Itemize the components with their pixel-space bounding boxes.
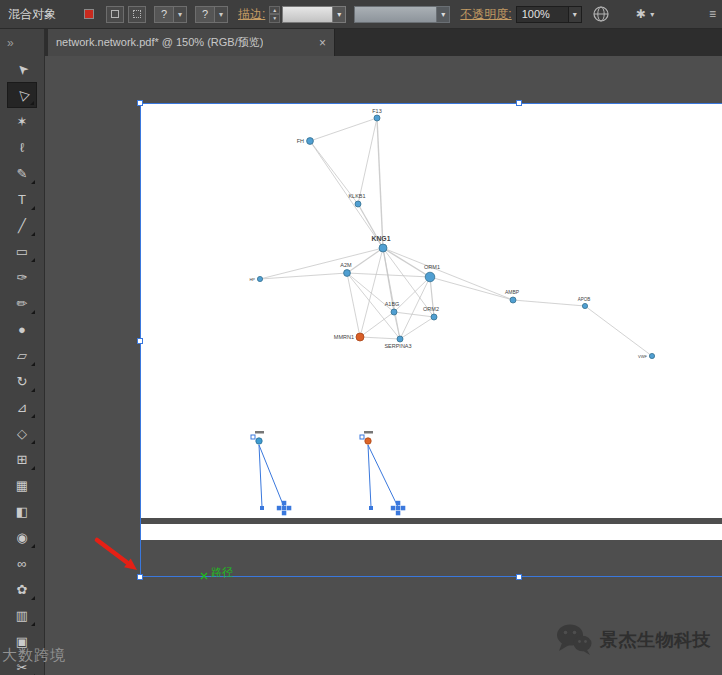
stroke-weight-dropdown[interactable]: ▾: [282, 6, 346, 23]
blend-icon: ∞: [17, 557, 26, 570]
brush-definition-dropdown[interactable]: ? ▾: [154, 6, 187, 23]
symbol-sprayer-icon: ✿: [17, 583, 28, 596]
globe-icon[interactable]: [592, 5, 610, 23]
close-icon[interactable]: ×: [311, 36, 326, 50]
tool-blob-brush[interactable]: ●: [7, 316, 37, 342]
tool-selection[interactable]: ➤: [7, 56, 37, 82]
tool-rectangle[interactable]: ▭: [7, 238, 37, 264]
style-icon-button-2[interactable]: [128, 6, 146, 23]
opacity-dropdown[interactable]: 100% ▾: [516, 6, 582, 23]
tool-column-graph[interactable]: ▥: [7, 602, 37, 628]
lasso-icon: ℓ: [20, 141, 24, 154]
graphic-style-value: ?: [195, 6, 215, 23]
wechat-icon: [556, 624, 592, 656]
stepper-down-icon[interactable]: ▼: [269, 14, 280, 23]
chevron-down-icon[interactable]: ▾: [437, 6, 450, 23]
tool-line-segment[interactable]: ╱: [7, 212, 37, 238]
chevron-down-icon[interactable]: ▾: [646, 6, 659, 23]
artboard-strip-object[interactable]: [140, 524, 722, 540]
width-profile-value: [354, 6, 437, 23]
brush-definition-value: ?: [154, 6, 174, 23]
toolbar-tools: ➤▷✶ℓ✎T╱▭✑✏●▱↻⊿◇⊞▦◧◉∞✿▥▣✂: [0, 56, 44, 675]
right-watermark: 景杰生物科技: [556, 624, 711, 656]
dashed-square-icon: [133, 10, 141, 18]
mesh-icon: ▦: [16, 479, 28, 492]
tool-scale[interactable]: ⊿: [7, 394, 37, 420]
fill-color-swatch[interactable]: [84, 9, 94, 19]
right-watermark-text: 景杰生物科技: [600, 628, 711, 652]
tool-paintbrush[interactable]: ✑: [7, 264, 37, 290]
chevron-down-icon[interactable]: ▾: [569, 6, 582, 23]
graphic-style-dropdown[interactable]: ? ▾: [195, 6, 228, 23]
tool-eyedropper[interactable]: ◉: [7, 524, 37, 550]
eyedropper-icon: ◉: [16, 531, 27, 544]
pencil-icon: ✏: [17, 297, 28, 310]
tool-shape-builder[interactable]: ◇: [7, 420, 37, 446]
control-bar: 混合对象 ? ▾ ? ▾ 描边: ▲ ▼ ▾ ▾ 不透明度: 100% ▾: [0, 0, 722, 29]
style-icon-button-1[interactable]: [106, 6, 124, 23]
tool-symbol-sprayer[interactable]: ✿: [7, 576, 37, 602]
paintbrush-icon: ✑: [17, 271, 28, 284]
tool-mesh[interactable]: ▦: [7, 472, 37, 498]
tool-perspective-grid[interactable]: ⊞: [7, 446, 37, 472]
magic-wand-icon: ✶: [17, 115, 28, 128]
tab-bar: network.network.pdf* @ 150% (RGB/预览) ×: [45, 29, 722, 56]
stroke-weight-stepper[interactable]: ▲ ▼: [269, 6, 280, 23]
eraser-icon: ▱: [17, 349, 27, 362]
options-button[interactable]: ✱ ▾: [636, 6, 659, 23]
illustrator-window: 混合对象 ? ▾ ? ▾ 描边: ▲ ▼ ▾ ▾ 不透明度: 100% ▾: [0, 0, 722, 675]
tool-gradient[interactable]: ◧: [7, 498, 37, 524]
gear-icon: ✱: [636, 7, 646, 21]
tool-type[interactable]: T: [7, 186, 37, 212]
tool-lasso[interactable]: ℓ: [7, 134, 37, 160]
canvas[interactable]: [45, 56, 722, 675]
blob-brush-icon: ●: [18, 323, 26, 336]
collapse-icon[interactable]: »: [7, 36, 14, 50]
panel-menu-icon[interactable]: ≡: [709, 7, 716, 21]
pen-icon: ✎: [17, 167, 28, 180]
shape-builder-icon: ◇: [17, 427, 27, 440]
tool-eraser[interactable]: ▱: [7, 342, 37, 368]
chevron-down-icon[interactable]: ▾: [215, 6, 228, 23]
column-graph-icon: ▥: [16, 609, 28, 622]
rotate-icon: ↻: [17, 375, 28, 388]
direct-selection-icon: ▷: [14, 87, 30, 103]
width-profile-dropdown[interactable]: ▾: [354, 6, 450, 23]
tool-rotate[interactable]: ↻: [7, 368, 37, 394]
tool-pen[interactable]: ✎: [7, 160, 37, 186]
gradient-icon: ◧: [16, 505, 28, 518]
perspective-grid-icon: ⊞: [17, 453, 28, 466]
scale-icon: ⊿: [17, 401, 28, 414]
selection-icon: ➤: [14, 61, 31, 78]
opacity-label[interactable]: 不透明度:: [460, 6, 511, 23]
tool-magic-wand[interactable]: ✶: [7, 108, 37, 134]
stepper-up-icon[interactable]: ▲: [269, 6, 280, 15]
rectangle-icon: ▭: [16, 245, 28, 258]
opacity-value: 100%: [516, 6, 569, 23]
document-tab-title: network.network.pdf* @ 150% (RGB/预览): [56, 35, 263, 50]
tool-direct-selection[interactable]: ▷: [7, 82, 37, 108]
context-label: 混合对象: [8, 6, 56, 23]
tool-blend[interactable]: ∞: [7, 550, 37, 576]
artboard[interactable]: [140, 104, 722, 518]
chevron-down-icon[interactable]: ▾: [174, 6, 187, 23]
square-icon: [111, 10, 119, 18]
tool-pencil[interactable]: ✏: [7, 290, 37, 316]
line-segment-icon: ╱: [18, 219, 26, 232]
stroke-label[interactable]: 描边:: [238, 6, 265, 23]
tools-panel-header: »: [0, 29, 44, 56]
stroke-weight-value: [282, 6, 333, 23]
chevron-down-icon[interactable]: ▾: [333, 6, 346, 23]
document-tab[interactable]: network.network.pdf* @ 150% (RGB/预览) ×: [48, 29, 335, 56]
tools-panel: » ➤▷✶ℓ✎T╱▭✑✏●▱↻⊿◇⊞▦◧◉∞✿▥▣✂: [0, 29, 45, 675]
type-icon: T: [18, 193, 26, 206]
left-watermark: 大数跨境: [2, 646, 66, 665]
